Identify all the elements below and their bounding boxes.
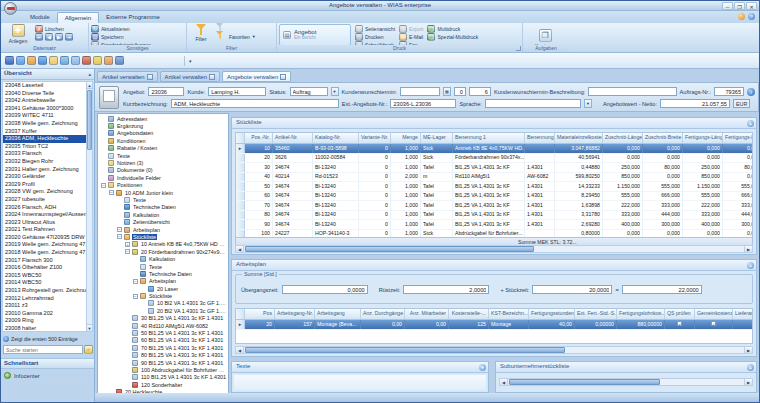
column-header[interactable]: Benennung 1 — [453, 133, 525, 143]
collapse-node-icon[interactable]: − — [117, 234, 122, 239]
list-item[interactable]: 23010 Gamma 202 — [3, 310, 86, 318]
scroll-right-icon[interactable]: ▶ — [744, 246, 752, 252]
tree-item[interactable]: 90 Bl1,25 VA 1.4301 3c KF 1.4301 — [98, 359, 228, 366]
tree-item[interactable]: Kalkulation — [98, 211, 228, 218]
gesamtzeit-field[interactable] — [622, 285, 702, 294]
table-row[interactable]: 10024227HOP-341140-301,000StckAbdrückgab… — [236, 230, 752, 239]
table-row[interactable]: 9034674Bl-1324001,000TafelBl1,25 VA 1,43… — [236, 220, 752, 230]
column-header[interactable]: Fertigungsstunden... — [529, 309, 575, 319]
termin-day-field[interactable] — [469, 87, 491, 96]
anlegen-button[interactable]: ✚ Anlegen — [3, 24, 33, 46]
star-icon[interactable] — [93, 56, 102, 65]
tree-item[interactable]: −Stückliste — [98, 292, 228, 299]
checkbox-icon[interactable]: ✓ — [677, 321, 682, 326]
tree-item[interactable]: 100 Abdruckgabel für Bohrfutter B16 und … — [98, 366, 228, 373]
checkbox-icon[interactable]: ✓ — [711, 321, 716, 326]
document-icon[interactable] — [60, 56, 69, 65]
table-row[interactable]: 20362611002-0058401,000StckFörderbandrah… — [236, 154, 752, 164]
subunternehmer-hscrollbar[interactable]: ◀ ▶ — [499, 378, 753, 386]
seitenansicht-button[interactable]: ⌕ Seitenansicht — [355, 25, 395, 32]
arbeitsplan-panel-header[interactable]: Arbeitsplan ▴ — [232, 260, 756, 271]
column-header[interactable]: Fertigungslohnkos... — [617, 309, 665, 319]
folder-icon[interactable] — [49, 56, 58, 65]
collapse-node-icon[interactable]: − — [117, 227, 122, 232]
row-selector[interactable] — [236, 163, 245, 172]
list-item[interactable]: 23027 tubesuite — [3, 196, 86, 204]
list-item[interactable]: 23011 z3 — [3, 302, 86, 310]
loeschen-button[interactable]: ✗ Löschen — [35, 25, 73, 32]
row-selector[interactable] — [236, 211, 245, 220]
tree-item[interactable]: 20 Laser — [98, 285, 228, 292]
list-item[interactable]: 23038 Welle gem. Zeichnung — [3, 120, 86, 128]
list-item[interactable]: 23009 Ring — [3, 317, 86, 325]
row-selector[interactable] — [236, 192, 245, 201]
sidebar-scrollbar[interactable]: ▲ ▼ — [86, 81, 93, 332]
column-header[interactable]: Menge — [391, 133, 421, 143]
row-selector[interactable] — [236, 201, 245, 210]
user-icon[interactable] — [38, 56, 47, 65]
scrollbar-thumb[interactable] — [87, 90, 92, 150]
status-field[interactable] — [290, 87, 328, 96]
scroll-right-icon[interactable]: ▶ — [744, 379, 752, 385]
list-item[interactable]: 23032 Biegen Rohr — [3, 158, 86, 166]
previous-record-icon[interactable]: ◀ — [45, 33, 53, 41]
expand-node-icon[interactable]: + — [125, 242, 130, 247]
document-tab-3[interactable]: Angebote verwalten — [222, 71, 291, 82]
texte-body[interactable] — [234, 375, 486, 390]
column-header[interactable]: Ext. Fert.-Std.-S... — [575, 309, 617, 319]
column-header[interactable]: Benennung 2 — [525, 133, 555, 143]
collapse-node-icon[interactable]: − — [133, 279, 138, 284]
list-item[interactable]: 23040 Diverse Teile — [3, 90, 86, 98]
last-record-icon[interactable]: ⯮ — [65, 33, 73, 41]
tree-item[interactable]: 20 Bl2 VA 1.4301 3c GF 1.4301 — [98, 307, 228, 314]
maximize-icon[interactable]: ❐ — [734, 2, 745, 10]
clock-icon[interactable] — [27, 56, 36, 65]
tree-item[interactable]: 30 Bl1,25 VA 1.4301 3c KF 1.4301 — [98, 315, 228, 322]
kunde-field[interactable] — [208, 87, 266, 96]
tree-item[interactable]: 120 Sonderhalter — [98, 381, 228, 388]
scroll-left-icon[interactable]: ◀ — [236, 347, 244, 353]
column-header[interactable]: Artikel-Nr. — [273, 133, 313, 143]
tab-module[interactable]: Module — [23, 12, 57, 23]
list-item[interactable]: 23031 Halter gem. Zeichnung — [3, 166, 86, 174]
list-item[interactable]: 23035 Triton TC2 — [3, 143, 86, 151]
column-header[interactable]: Fertigungs-Breite — [723, 133, 753, 143]
angebotswert-field[interactable] — [660, 99, 730, 108]
spezial-multidruck-button[interactable]: ❏ Spezial-Multidruck — [427, 33, 478, 40]
collapse-node-icon[interactable]: − — [133, 294, 138, 299]
edit-icon[interactable] — [115, 56, 124, 65]
tab-externe-programme[interactable]: Externe Programme — [99, 12, 167, 23]
texte-panel-header[interactable]: Texte ▾ — [232, 362, 488, 373]
ext-angebots-nr-field[interactable] — [390, 99, 456, 108]
list-item[interactable]: 23037 Koffer — [3, 128, 86, 136]
row-selector[interactable] — [236, 230, 245, 239]
column-header[interactable]: Arbeitsgang — [315, 309, 361, 319]
tree-item[interactable]: 110 Bl1,25 VA 1.4301 3c KF 1.4301 — [98, 374, 228, 381]
ribbon-options-icon[interactable] — [738, 13, 745, 20]
list-item[interactable]: 23048 Laserteil — [3, 82, 86, 90]
first-record-icon[interactable]: ⯬ — [35, 33, 43, 41]
row-selector[interactable] — [236, 182, 245, 191]
tree-item[interactable]: −Arbeitsplan — [98, 278, 228, 285]
column-header[interactable]: Anz. Mitarbeiter — [405, 309, 449, 319]
angebot-field[interactable] — [148, 87, 184, 96]
tree-item[interactable]: Kalkulation — [98, 255, 228, 262]
list-item[interactable]: 23026 Flansch, ADH — [3, 204, 86, 212]
list-item[interactable]: 23013 Rohrgestell gem. Zeichnung — [3, 287, 86, 295]
uebergangszeit-field[interactable] — [282, 285, 368, 294]
tree-item[interactable]: −Positionen — [98, 182, 228, 189]
collapse-panel-icon[interactable]: ▾ — [479, 364, 486, 371]
table-row[interactable]: 7034674Bl-1324001,000TafelBl1,25 VA 1,43… — [236, 201, 752, 211]
column-header[interactable]: Lieferant-Nr. — [733, 309, 753, 319]
column-header[interactable]: KST-Bezeichn... — [489, 309, 529, 319]
tree-item[interactable]: Dokumente (0) — [98, 167, 228, 174]
collapse-panel-icon[interactable]: ▴ — [747, 262, 754, 269]
tree-item[interactable]: −Stückliste — [98, 233, 228, 240]
table-row[interactable]: ▸20157Montage (Beva...0,000,00125Montage… — [236, 320, 752, 330]
tree-item[interactable]: Zeitenübersicht — [98, 218, 228, 225]
auftrags-nr-field[interactable] — [714, 87, 744, 96]
column-header[interactable]: Kostenstelle-... — [449, 309, 489, 319]
calendar-icon[interactable]: ▦ — [443, 87, 451, 96]
tree-item[interactable]: 70 Bl1,25 VA 1.4301 3c KF 1.4301 — [98, 344, 228, 351]
tree-item[interactable]: −Arbeitsplan — [98, 226, 228, 233]
